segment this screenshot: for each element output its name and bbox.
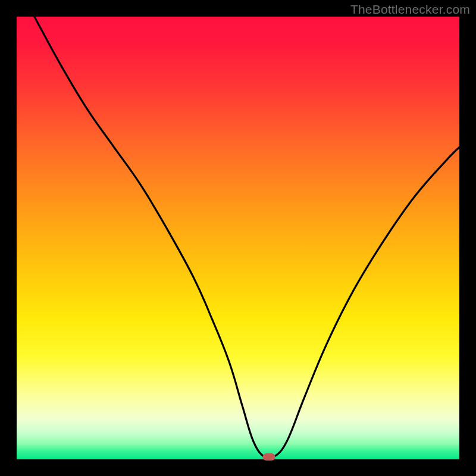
bottleneck-curve bbox=[17, 17, 459, 459]
minimum-marker-icon bbox=[263, 453, 275, 461]
chart-stage: TheBottlenecker.com bbox=[0, 0, 476, 476]
attribution-text: TheBottlenecker.com bbox=[350, 2, 470, 17]
